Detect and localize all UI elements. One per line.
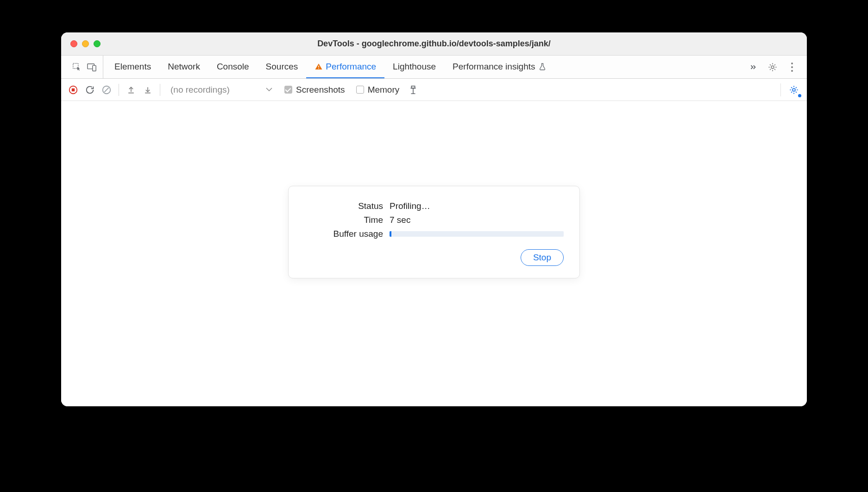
- buffer-progress: [390, 231, 564, 237]
- tab-label: Performance: [326, 62, 376, 72]
- settings-icon[interactable]: [766, 61, 779, 74]
- tab-performance[interactable]: Performance: [306, 56, 384, 78]
- svg-rect-2: [93, 65, 96, 71]
- kebab-menu-icon[interactable]: [786, 61, 799, 74]
- tab-label: Lighthouse: [393, 62, 436, 72]
- stop-button[interactable]: Stop: [521, 249, 564, 266]
- status-label: Status: [304, 201, 383, 211]
- progress-fill: [390, 231, 391, 237]
- svg-point-13: [793, 88, 795, 91]
- minimize-window-button[interactable]: [82, 40, 89, 47]
- tab-sources[interactable]: Sources: [258, 56, 307, 78]
- memory-checkbox[interactable]: Memory: [352, 85, 403, 95]
- recordings-placeholder: (no recordings): [166, 85, 233, 95]
- panel-tabs: Elements Network Console Sources Perform…: [106, 56, 555, 78]
- svg-point-7: [791, 66, 793, 68]
- device-toolbar-icon[interactable]: [85, 61, 98, 74]
- screenshots-label: Screenshots: [296, 85, 345, 95]
- dialog-rows: Status Profiling… Time 7 sec Buffer usag…: [304, 201, 564, 239]
- reload-icon[interactable]: [83, 83, 96, 96]
- tab-console[interactable]: Console: [208, 56, 258, 78]
- clear-icon[interactable]: [100, 83, 113, 96]
- tab-label: Console: [217, 62, 249, 72]
- tab-label: Network: [168, 62, 200, 72]
- svg-rect-4: [319, 68, 320, 69]
- traffic-lights: [61, 40, 101, 47]
- checkbox-icon: [356, 86, 364, 94]
- time-value: 7 sec: [390, 215, 564, 225]
- svg-rect-3: [319, 65, 320, 67]
- svg-point-8: [791, 70, 793, 72]
- svg-point-6: [791, 63, 793, 64]
- flask-icon: [538, 62, 547, 71]
- close-window-button[interactable]: [70, 40, 77, 47]
- recordings-select[interactable]: (no recordings): [166, 85, 277, 95]
- performance-toolbar: (no recordings) Screenshots Memory: [61, 79, 807, 101]
- profiling-dialog: Status Profiling… Time 7 sec Buffer usag…: [288, 186, 580, 278]
- toolbar-right: [780, 83, 801, 96]
- tab-label: Performance insights: [453, 62, 535, 72]
- devtools-window: DevTools - googlechrome.github.io/devtoo…: [61, 32, 807, 406]
- panel-tabbar: Elements Network Console Sources Perform…: [61, 56, 807, 79]
- tab-elements[interactable]: Elements: [106, 56, 159, 78]
- status-value: Profiling…: [390, 201, 564, 211]
- tab-network[interactable]: Network: [159, 56, 208, 78]
- warning-icon: [314, 63, 323, 71]
- tab-performance-insights[interactable]: Performance insights: [444, 56, 554, 78]
- upload-profile-icon[interactable]: [125, 83, 138, 96]
- garbage-collect-icon[interactable]: [407, 83, 420, 96]
- capture-settings-icon[interactable]: [787, 83, 800, 96]
- svg-point-5: [771, 66, 774, 69]
- divider: [119, 84, 119, 96]
- tabbar-right-tools: [747, 56, 802, 78]
- tabbar-left-tools: [66, 56, 103, 78]
- progress-bar: [390, 231, 564, 237]
- divider: [160, 84, 160, 96]
- dialog-actions: Stop: [304, 249, 564, 266]
- more-tabs-icon[interactable]: [747, 61, 760, 74]
- record-stop-icon[interactable]: [67, 83, 80, 96]
- tab-label: Elements: [114, 62, 151, 72]
- time-label: Time: [304, 215, 383, 225]
- inspect-element-icon[interactable]: [70, 61, 83, 74]
- screenshots-checkbox[interactable]: Screenshots: [281, 85, 349, 95]
- checkbox-icon: [284, 86, 292, 94]
- svg-rect-10: [72, 88, 75, 91]
- chevron-down-icon: [266, 88, 277, 92]
- memory-label: Memory: [368, 85, 400, 95]
- download-profile-icon[interactable]: [141, 83, 154, 96]
- buffer-label: Buffer usage: [304, 229, 383, 239]
- zoom-window-button[interactable]: [94, 40, 101, 47]
- tab-lighthouse[interactable]: Lighthouse: [384, 56, 444, 78]
- window-title: DevTools - googlechrome.github.io/devtoo…: [61, 39, 807, 49]
- performance-content: Status Profiling… Time 7 sec Buffer usag…: [61, 101, 807, 406]
- tab-label: Sources: [266, 62, 298, 72]
- titlebar: DevTools - googlechrome.github.io/devtoo…: [61, 32, 807, 56]
